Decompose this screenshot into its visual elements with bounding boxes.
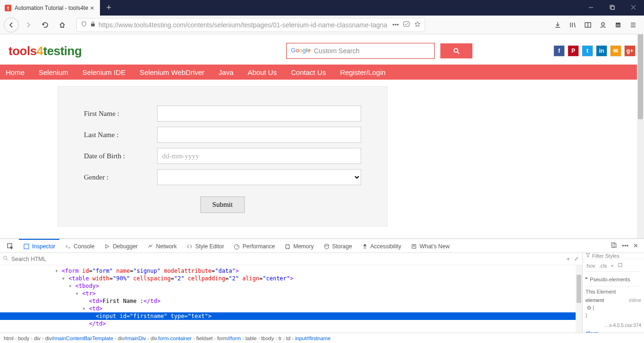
back-button[interactable] [4,17,19,33]
tab-favicon: t [5,5,11,11]
tab-performance[interactable]: Performance [229,239,279,253]
svg-point-26 [364,244,365,245]
filter-icon [586,253,590,259]
sidebar-icon[interactable] [583,21,593,29]
reload-button[interactable] [38,17,53,33]
devtools-breadcrumbs[interactable]: html› body› div› div#mainContentBarTempl… [0,333,644,343]
light-icon[interactable] [618,262,623,270]
search-icon [3,255,8,262]
nav-register[interactable]: Register/Login [340,68,386,76]
hov-toggle[interactable]: :hov [586,262,595,270]
minimize-button[interactable] [580,0,602,14]
tab-memory[interactable]: Memory [280,239,318,253]
svg-point-19 [454,49,458,52]
first-name-input[interactable] [157,106,361,122]
add-node-icon[interactable]: + [566,255,570,262]
svg-rect-22 [24,244,29,249]
account-icon[interactable] [598,21,608,29]
main-nav: Home Selenium Selenium IDE Selenium WebD… [0,65,644,80]
bookmark-star-icon[interactable] [414,21,421,29]
svg-point-30 [4,256,7,260]
devtools-html-tree[interactable]: ▾ <form id="form" name="signup" modelatt… [0,265,582,333]
nav-selenium-webdriver[interactable]: Selenium WebDriver [140,68,204,76]
devtools-rules-pane: Filter Styles :hov .cls + ▸ Pseudo-eleme… [583,253,644,333]
devtools-scrollbar[interactable] [576,265,582,333]
forward-button[interactable] [21,17,36,33]
svg-point-13 [602,23,604,25]
facebook-icon[interactable]: f [553,45,565,57]
url-text: https://www.tools4testing.com/contents/s… [99,21,392,29]
mail-icon[interactable]: ✉ [610,45,621,57]
devtools-picker-icon[interactable] [3,239,18,253]
reader-icon[interactable] [403,21,410,29]
eyedropper-icon[interactable] [574,255,579,262]
submit-button[interactable]: Submit [200,196,244,213]
devtools-tabs: Inspector Console Debugger Network Style… [0,239,644,253]
svg-rect-24 [286,245,289,248]
nav-about[interactable]: About Us [248,68,277,76]
add-rule-icon[interactable]: + [611,262,613,270]
search-button[interactable] [440,43,472,58]
close-window-button[interactable] [623,0,644,14]
last-name-input[interactable] [157,127,361,143]
filter-styles-input[interactable]: Filter Styles [592,253,641,259]
svg-rect-32 [619,263,622,267]
svg-line-10 [574,23,575,27]
home-button[interactable] [55,17,70,33]
form-container: First Name : Last Name : Date of Birth :… [58,86,388,227]
tab-network[interactable]: Network [143,239,181,253]
tab-console[interactable]: Console [60,239,99,253]
shield-icon [81,21,87,29]
url-bar[interactable]: https://www.tools4testing.com/contents/s… [76,18,425,32]
devtools-panel: Inspector Console Debugger Network Style… [0,238,644,343]
svg-point-25 [325,244,329,246]
new-tab-button[interactable]: + [102,0,116,15]
googleplus-icon[interactable]: g+ [624,45,636,57]
tab-debugger[interactable]: Debugger [99,239,142,253]
last-name-label: Last Name : [84,131,157,139]
site-logo[interactable]: tools4testing [8,44,82,58]
social-links: f P t in ✉ g+ [553,45,636,57]
dob-label: Date of Birth : [84,152,157,160]
cls-toggle[interactable]: .cls [599,262,607,270]
devtools-search-input[interactable] [11,256,563,262]
svg-text:se: se [616,23,620,27]
dob-input[interactable] [157,148,361,164]
downloads-icon[interactable] [553,21,563,29]
nav-contact[interactable]: Contact Us [291,68,326,76]
nav-selenium[interactable]: Selenium [39,68,68,76]
nav-selenium-ide[interactable]: Selenium IDE [83,68,126,76]
devtools-more-icon[interactable]: ••• [622,242,628,249]
gender-select[interactable] [157,169,361,185]
window-titlebar: t Automation Tutorial - tools4te × + [0,0,644,16]
svg-rect-6 [91,24,95,26]
more-icon[interactable]: ••• [392,21,399,28]
google-logo: Google [291,47,311,54]
maximize-button[interactable] [602,0,623,14]
svg-rect-7 [404,22,409,26]
tab-whats-new[interactable]: What's New [406,239,454,253]
menu-icon[interactable] [628,21,638,29]
selected-dom-node[interactable]: <input id="firstname" type="text"> [0,312,582,320]
svg-line-31 [7,259,8,261]
tab-style-editor[interactable]: Style Editor [182,239,228,253]
lock-icon [90,21,96,29]
svg-rect-2 [611,6,614,9]
tab-inspector[interactable]: Inspector [19,239,59,253]
library-icon[interactable] [568,21,578,29]
nav-home[interactable]: Home [6,68,25,76]
nav-java[interactable]: Java [219,68,234,76]
gender-label: Gender : [84,173,157,181]
close-tab-icon[interactable]: × [88,4,96,12]
pinterest-icon[interactable]: P [568,45,579,57]
tab-storage[interactable]: Storage [319,239,356,253]
devtools-dock-icon[interactable] [611,242,617,250]
tab-accessibility[interactable]: Accessibility [357,239,405,253]
page-scrollbar[interactable] [637,34,644,238]
browser-tab[interactable]: t Automation Tutorial - tools4te × [0,0,100,16]
devtools-close-icon[interactable]: ✕ [633,242,638,249]
page-header: tools4testing Google f P t in ✉ g+ [0,34,644,65]
linkedin-icon[interactable]: in [596,45,607,57]
extension-icon[interactable]: se [613,21,623,29]
twitter-icon[interactable]: t [582,45,593,57]
